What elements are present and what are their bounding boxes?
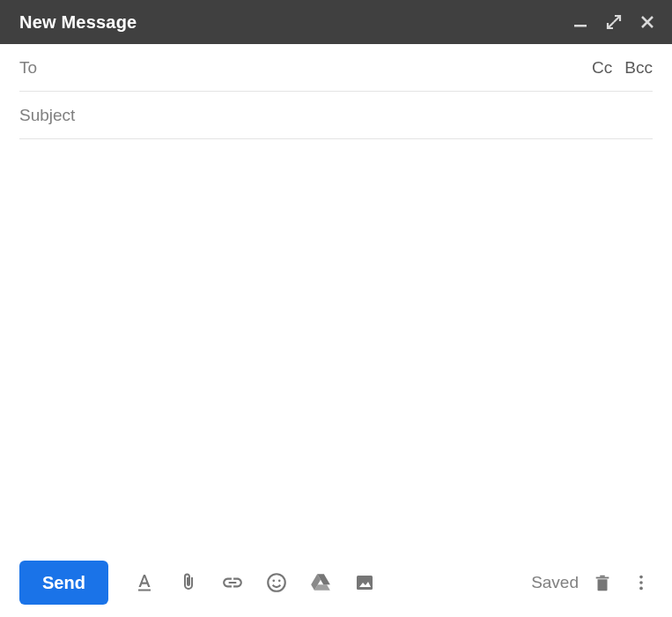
right-icons [591,571,653,594]
bottom-toolbar: Send [0,548,672,617]
save-status: Saved [531,573,579,592]
svg-rect-1 [138,590,151,591]
svg-rect-0 [574,25,587,27]
message-body[interactable] [0,139,672,548]
to-label: To [19,58,37,78]
close-icon[interactable] [639,13,656,31]
formatting-icons [133,571,376,594]
svg-point-6 [639,576,643,579]
titlebar: New Message [0,0,672,44]
send-button[interactable]: Send [19,561,108,605]
discard-draft-icon[interactable] [591,571,614,594]
formatting-options-icon[interactable] [133,571,156,594]
expand-icon[interactable] [605,13,623,31]
svg-point-7 [639,581,643,584]
svg-point-8 [639,587,643,591]
insert-photo-icon[interactable] [353,571,376,594]
header-fields: To Cc Bcc Subject [0,44,672,139]
minimize-icon[interactable] [572,13,589,31]
insert-drive-icon[interactable] [309,571,332,594]
insert-emoji-icon[interactable] [265,571,288,594]
svg-point-4 [278,580,281,583]
subject-label: Subject [19,106,75,125]
bcc-button[interactable]: Bcc [624,58,653,78]
cc-button[interactable]: Cc [592,58,612,78]
insert-link-icon[interactable] [221,571,244,594]
compose-window: New Message To Cc Bcc S [0,0,672,617]
attach-file-icon[interactable] [177,571,200,594]
svg-point-2 [268,574,285,591]
subject-field-row[interactable]: Subject [19,92,653,139]
window-title: New Message [19,12,137,33]
to-field-row[interactable]: To Cc Bcc [19,44,653,92]
svg-point-3 [272,580,275,583]
more-options-icon[interactable] [630,571,653,594]
svg-rect-5 [357,576,373,590]
titlebar-actions [572,13,656,31]
